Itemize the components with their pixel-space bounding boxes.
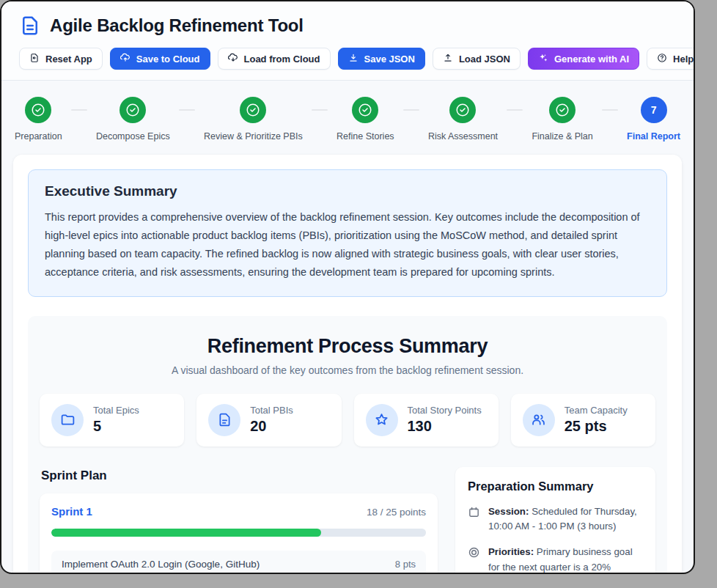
step-number-badge: 7 [641,97,667,123]
target-icon [468,546,480,559]
step-connector [71,109,87,111]
page-title: Agile Backlog Refinement Tool [50,15,304,36]
sprint-card: Sprint 1 18 / 25 points Implement OAuth … [40,493,438,574]
stat-card-total-pbis: Total PBIs 20 [196,394,341,446]
process-summary-section: Refinement Process Summary A visual dash… [28,316,667,574]
check-circle-icon [240,97,266,123]
cloud-download-icon [228,53,238,65]
save-json-button[interactable]: Save JSON [338,48,425,70]
check-circle-icon [352,97,378,123]
load-json-button[interactable]: Load JSON [433,48,521,70]
help-icon [657,53,667,65]
check-circle-icon [25,97,51,123]
folder-icon [51,404,84,436]
step-final-report[interactable]: 7 Final Report [627,97,680,142]
app-logo-document-icon [19,15,41,37]
reset-app-button[interactable]: Reset App [19,48,103,70]
step-connector [179,109,195,111]
step-decompose-epics[interactable]: Decompose Epics [96,97,170,142]
check-circle-icon [120,97,146,123]
prep-item-label: Priorities: [488,546,534,557]
process-summary-subtitle: A visual dashboard of the key outcomes f… [40,364,655,376]
check-circle-icon [449,97,476,123]
sprint-name: Sprint 1 [51,505,92,518]
step-finalize-plan[interactable]: Finalize & Plan [532,97,592,142]
step-review-prioritize-pbis[interactable]: Review & Prioritize PBIs [204,97,303,142]
download-icon [348,53,358,65]
team-icon [523,404,555,436]
process-summary-title: Refinement Process Summary [40,335,655,358]
prep-item-priorities: Priorities: Primary business goal for th… [468,545,643,574]
sprint-progress-fill [51,529,321,537]
stats-row: Total Epics 5 Total PBIs 20 [40,394,655,446]
app-window: Agile Backlog Refinement Tool Reset App [0,0,695,574]
stat-card-total-story-points: Total Story Points 130 [354,394,499,446]
star-icon [366,404,398,436]
calendar-icon [468,506,480,518]
cloud-upload-icon [120,53,130,65]
upload-icon [443,53,453,65]
stat-card-team-capacity: Team Capacity 25 pts [511,394,655,446]
stat-value: 130 [408,418,482,435]
sparkles-icon [538,53,548,65]
stat-value: 25 pts [565,418,628,435]
header: Agile Backlog Refinement Tool Reset App [1,1,694,81]
prep-item-session: Session: Scheduled for Thursday, 10:00 A… [468,504,643,534]
file-icon [208,404,240,436]
step-connector [312,109,328,111]
reset-icon [29,53,40,65]
step-preparation[interactable]: Preparation [15,97,62,142]
sprint-progress-bar [51,529,426,537]
sprint-points-label: 18 / 25 points [367,507,426,518]
executive-summary-panel: Executive Summary This report provides a… [28,169,667,297]
check-circle-icon [549,97,576,123]
step-refine-stories[interactable]: Refine Stories [337,97,394,142]
sprint-item: Implement OAuth 2.0 Login (Google, GitHu… [51,551,426,574]
stat-card-total-epics: Total Epics 5 [40,394,184,446]
stat-value: 5 [93,418,139,435]
preparation-summary-title: Preparation Summary [468,479,643,493]
preparation-summary-section: Preparation Summary Session: Scheduled f… [455,467,655,574]
executive-summary-title: Executive Summary [45,183,650,199]
preparation-summary-card: Preparation Summary Session: Scheduled f… [455,467,655,574]
save-to-cloud-button[interactable]: Save to Cloud [110,48,210,70]
step-connector [507,109,523,111]
load-from-cloud-button[interactable]: Load from Cloud [218,48,331,70]
sprint-plan-section: Sprint Plan Sprint 1 18 / 25 points Impl… [40,467,438,574]
step-risk-assessment[interactable]: Risk Assessment [428,97,498,142]
progress-stepper: Preparation Decompose Epics Review & Pri… [1,81,694,153]
stat-value: 20 [250,418,293,435]
final-report-card: Executive Summary This report provides a… [13,155,682,574]
sprint-plan-title: Sprint Plan [41,468,438,483]
main-content: Executive Summary This report provides a… [1,153,694,574]
help-button[interactable]: Help [647,48,695,70]
executive-summary-body: This report provides a comprehensive ove… [45,208,650,282]
step-connector [602,109,618,111]
toolbar: Reset App Save to Cloud [19,48,676,70]
prep-item-label: Session: [488,506,529,517]
generate-with-ai-button[interactable]: Generate with AI [528,48,639,70]
step-connector [403,109,419,111]
